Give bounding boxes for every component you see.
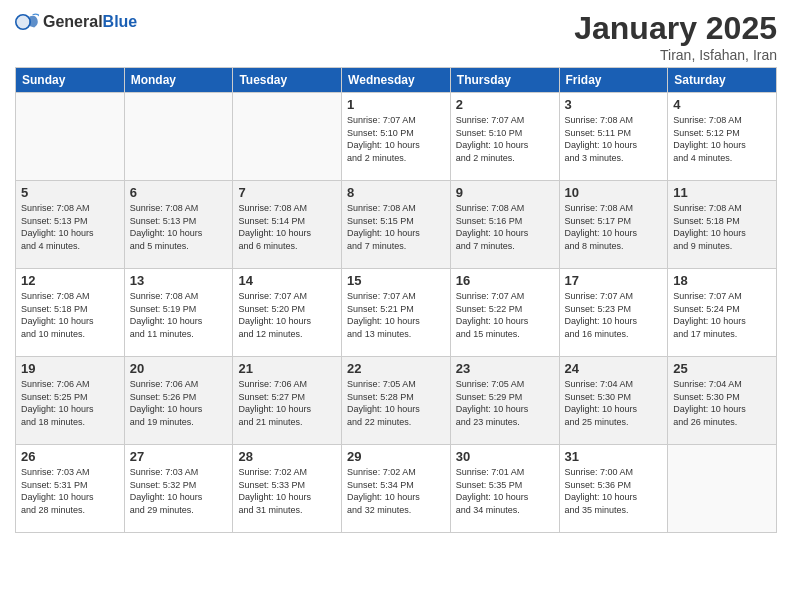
day-number: 23 [456,361,554,376]
day-number: 8 [347,185,445,200]
header-tuesday: Tuesday [233,68,342,93]
location-title: Tiran, Isfahan, Iran [574,47,777,63]
day-number: 31 [565,449,663,464]
day-info: Sunrise: 7:04 AM Sunset: 5:30 PM Dayligh… [565,378,663,428]
title-block: January 2025 Tiran, Isfahan, Iran [574,10,777,63]
logo-general: General [43,13,103,30]
table-row: 10Sunrise: 7:08 AM Sunset: 5:17 PM Dayli… [559,181,668,269]
day-info: Sunrise: 7:08 AM Sunset: 5:19 PM Dayligh… [130,290,228,340]
day-info: Sunrise: 7:02 AM Sunset: 5:33 PM Dayligh… [238,466,336,516]
day-info: Sunrise: 7:07 AM Sunset: 5:22 PM Dayligh… [456,290,554,340]
day-number: 6 [130,185,228,200]
table-row: 22Sunrise: 7:05 AM Sunset: 5:28 PM Dayli… [342,357,451,445]
table-row: 31Sunrise: 7:00 AM Sunset: 5:36 PM Dayli… [559,445,668,533]
day-info: Sunrise: 7:03 AM Sunset: 5:31 PM Dayligh… [21,466,119,516]
day-number: 19 [21,361,119,376]
header-saturday: Saturday [668,68,777,93]
table-row: 13Sunrise: 7:08 AM Sunset: 5:19 PM Dayli… [124,269,233,357]
table-row: 21Sunrise: 7:06 AM Sunset: 5:27 PM Dayli… [233,357,342,445]
table-row: 26Sunrise: 7:03 AM Sunset: 5:31 PM Dayli… [16,445,125,533]
table-row: 30Sunrise: 7:01 AM Sunset: 5:35 PM Dayli… [450,445,559,533]
table-row: 16Sunrise: 7:07 AM Sunset: 5:22 PM Dayli… [450,269,559,357]
table-row: 29Sunrise: 7:02 AM Sunset: 5:34 PM Dayli… [342,445,451,533]
day-number: 22 [347,361,445,376]
day-info: Sunrise: 7:08 AM Sunset: 5:12 PM Dayligh… [673,114,771,164]
table-row: 2Sunrise: 7:07 AM Sunset: 5:10 PM Daylig… [450,93,559,181]
day-info: Sunrise: 7:03 AM Sunset: 5:32 PM Dayligh… [130,466,228,516]
table-row [233,93,342,181]
day-info: Sunrise: 7:06 AM Sunset: 5:27 PM Dayligh… [238,378,336,428]
header: GeneralBlue January 2025 Tiran, Isfahan,… [15,10,777,63]
day-number: 27 [130,449,228,464]
day-number: 5 [21,185,119,200]
day-info: Sunrise: 7:08 AM Sunset: 5:18 PM Dayligh… [21,290,119,340]
table-row: 6Sunrise: 7:08 AM Sunset: 5:13 PM Daylig… [124,181,233,269]
table-row: 15Sunrise: 7:07 AM Sunset: 5:21 PM Dayli… [342,269,451,357]
table-row: 7Sunrise: 7:08 AM Sunset: 5:14 PM Daylig… [233,181,342,269]
table-row: 12Sunrise: 7:08 AM Sunset: 5:18 PM Dayli… [16,269,125,357]
day-info: Sunrise: 7:07 AM Sunset: 5:10 PM Dayligh… [347,114,445,164]
day-number: 15 [347,273,445,288]
day-number: 7 [238,185,336,200]
day-info: Sunrise: 7:06 AM Sunset: 5:26 PM Dayligh… [130,378,228,428]
header-friday: Friday [559,68,668,93]
day-number: 21 [238,361,336,376]
day-info: Sunrise: 7:06 AM Sunset: 5:25 PM Dayligh… [21,378,119,428]
day-number: 20 [130,361,228,376]
day-number: 18 [673,273,771,288]
day-info: Sunrise: 7:05 AM Sunset: 5:28 PM Dayligh… [347,378,445,428]
header-monday: Monday [124,68,233,93]
day-info: Sunrise: 7:07 AM Sunset: 5:24 PM Dayligh… [673,290,771,340]
page-container: GeneralBlue January 2025 Tiran, Isfahan,… [0,0,792,543]
table-row: 8Sunrise: 7:08 AM Sunset: 5:15 PM Daylig… [342,181,451,269]
day-number: 4 [673,97,771,112]
day-info: Sunrise: 7:08 AM Sunset: 5:14 PM Dayligh… [238,202,336,252]
day-number: 25 [673,361,771,376]
logo: GeneralBlue [15,10,137,34]
header-wednesday: Wednesday [342,68,451,93]
calendar-week-row: 19Sunrise: 7:06 AM Sunset: 5:25 PM Dayli… [16,357,777,445]
calendar-week-row: 26Sunrise: 7:03 AM Sunset: 5:31 PM Dayli… [16,445,777,533]
day-info: Sunrise: 7:08 AM Sunset: 5:11 PM Dayligh… [565,114,663,164]
table-row: 9Sunrise: 7:08 AM Sunset: 5:16 PM Daylig… [450,181,559,269]
day-number: 9 [456,185,554,200]
day-number: 28 [238,449,336,464]
day-info: Sunrise: 7:01 AM Sunset: 5:35 PM Dayligh… [456,466,554,516]
table-row: 18Sunrise: 7:07 AM Sunset: 5:24 PM Dayli… [668,269,777,357]
table-row: 27Sunrise: 7:03 AM Sunset: 5:32 PM Dayli… [124,445,233,533]
day-number: 3 [565,97,663,112]
day-info: Sunrise: 7:08 AM Sunset: 5:13 PM Dayligh… [21,202,119,252]
day-number: 29 [347,449,445,464]
table-row [16,93,125,181]
day-info: Sunrise: 7:00 AM Sunset: 5:36 PM Dayligh… [565,466,663,516]
day-number: 1 [347,97,445,112]
calendar-table: Sunday Monday Tuesday Wednesday Thursday… [15,67,777,533]
table-row [124,93,233,181]
table-row: 11Sunrise: 7:08 AM Sunset: 5:18 PM Dayli… [668,181,777,269]
day-number: 2 [456,97,554,112]
day-info: Sunrise: 7:08 AM Sunset: 5:13 PM Dayligh… [130,202,228,252]
calendar-week-row: 5Sunrise: 7:08 AM Sunset: 5:13 PM Daylig… [16,181,777,269]
day-info: Sunrise: 7:07 AM Sunset: 5:20 PM Dayligh… [238,290,336,340]
day-number: 30 [456,449,554,464]
day-info: Sunrise: 7:08 AM Sunset: 5:18 PM Dayligh… [673,202,771,252]
day-info: Sunrise: 7:08 AM Sunset: 5:16 PM Dayligh… [456,202,554,252]
calendar-week-row: 1Sunrise: 7:07 AM Sunset: 5:10 PM Daylig… [16,93,777,181]
table-row: 1Sunrise: 7:07 AM Sunset: 5:10 PM Daylig… [342,93,451,181]
day-info: Sunrise: 7:07 AM Sunset: 5:10 PM Dayligh… [456,114,554,164]
day-number: 10 [565,185,663,200]
day-number: 14 [238,273,336,288]
table-row: 24Sunrise: 7:04 AM Sunset: 5:30 PM Dayli… [559,357,668,445]
day-info: Sunrise: 7:05 AM Sunset: 5:29 PM Dayligh… [456,378,554,428]
table-row [668,445,777,533]
table-row: 3Sunrise: 7:08 AM Sunset: 5:11 PM Daylig… [559,93,668,181]
day-number: 26 [21,449,119,464]
header-sunday: Sunday [16,68,125,93]
table-row: 23Sunrise: 7:05 AM Sunset: 5:29 PM Dayli… [450,357,559,445]
day-info: Sunrise: 7:08 AM Sunset: 5:17 PM Dayligh… [565,202,663,252]
day-number: 17 [565,273,663,288]
calendar-header-row: Sunday Monday Tuesday Wednesday Thursday… [16,68,777,93]
table-row: 17Sunrise: 7:07 AM Sunset: 5:23 PM Dayli… [559,269,668,357]
table-row: 14Sunrise: 7:07 AM Sunset: 5:20 PM Dayli… [233,269,342,357]
day-info: Sunrise: 7:08 AM Sunset: 5:15 PM Dayligh… [347,202,445,252]
